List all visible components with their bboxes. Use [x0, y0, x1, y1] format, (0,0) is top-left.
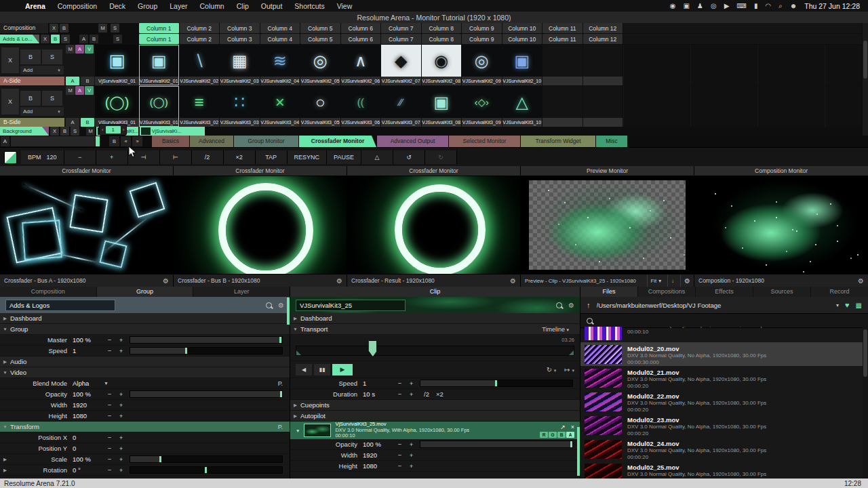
- view-tab-misc[interactable]: Misc: [596, 136, 627, 147]
- composition-clear-button[interactable]: X: [50, 24, 58, 33]
- column-header[interactable]: Column 10: [502, 23, 542, 33]
- param-scale[interactable]: ▶Scale100 %−+: [0, 454, 290, 465]
- pager-next-icon[interactable]: ›: [123, 127, 125, 133]
- tab-effects[interactable]: Effects: [696, 287, 753, 297]
- view-tab-basics[interactable]: Basics: [152, 136, 189, 147]
- user-menu-icon[interactable]: ☻: [790, 0, 797, 12]
- crossfader-a-cell[interactable]: A: [1, 136, 9, 146]
- column-header[interactable]: Column 1: [139, 34, 179, 44]
- play-direction-dropdown[interactable]: ↦ ▾: [564, 366, 574, 373]
- param-value[interactable]: 100 %: [363, 441, 394, 448]
- chevron-down-icon[interactable]: ▼: [0, 370, 10, 375]
- chevron-down-icon[interactable]: ▼: [0, 327, 10, 331]
- chevron-right-icon[interactable]: ▶: [0, 316, 10, 321]
- section-transport[interactable]: ▼TransportTimeline ▾: [290, 324, 580, 335]
- layer-b-m-button[interactable]: M: [66, 86, 75, 95]
- chevron-right-icon[interactable]: ▶: [0, 359, 10, 365]
- list-view-icon[interactable]: ▦: [856, 302, 862, 309]
- increment-button[interactable]: +: [406, 390, 417, 398]
- param-slider[interactable]: [420, 380, 573, 387]
- section-autopilot[interactable]: ▶Autopilot: [290, 411, 580, 422]
- creative-cloud-icon[interactable]: ◎: [711, 0, 717, 12]
- clip-cell-a-6[interactable]: ∧VJSurvivalKit2_06: [341, 45, 381, 85]
- param-value[interactable]: 0: [73, 434, 104, 441]
- group-label[interactable]: Adds & Lo...: [0, 35, 39, 43]
- grid-scrollbar[interactable]: [863, 23, 868, 136]
- menu-column[interactable]: Column: [194, 2, 231, 10]
- decrement-button[interactable]: −: [104, 401, 115, 409]
- clip-cell-b-10[interactable]: △VJSurvivalKit3_10: [502, 86, 542, 127]
- clip-file-info[interactable]: ▼ VjSurvivalKit3_25.mov DXV 3.0 Normal Q…: [290, 422, 580, 439]
- pause-button[interactable]: ▮▮: [314, 364, 330, 375]
- param-slider[interactable]: [420, 441, 573, 448]
- param-p-button[interactable]: P.: [278, 380, 283, 387]
- gear-icon[interactable]: ⚙: [336, 277, 342, 285]
- layer-b-active-clip-preview[interactable]: (◯): [95, 86, 139, 118]
- param-value[interactable]: 1920: [363, 451, 394, 459]
- clip-cell-b-12[interactable]: [583, 86, 623, 127]
- slider-handle[interactable]: [205, 467, 207, 473]
- redo-icon[interactable]: ↻: [425, 150, 457, 164]
- display-icon[interactable]: ▣: [684, 0, 690, 12]
- file-row[interactable]: Modul02_22.movDXV 3.0 Normal Quality, No…: [580, 390, 863, 413]
- clip-cell-a-2[interactable]: ∖VJSurvivalKit2_02: [180, 45, 220, 85]
- layer-b-blend-dropdown[interactable]: Add ▼: [20, 107, 64, 116]
- skip-previous-icon[interactable]: «: [121, 136, 131, 146]
- decrement-button[interactable]: −: [104, 412, 115, 420]
- clip-cell-a-7[interactable]: ◆VJSurvivalKit2_07: [381, 45, 421, 85]
- param-slider[interactable]: [130, 336, 283, 344]
- undo-icon[interactable]: ↺: [393, 150, 425, 164]
- search-icon[interactable]: [556, 302, 562, 308]
- composition-master-button[interactable]: M: [98, 24, 107, 33]
- close-icon[interactable]: ×: [571, 424, 574, 430]
- slider-handle[interactable]: [280, 391, 282, 397]
- layer-b-crossfader-a[interactable]: A: [66, 118, 79, 127]
- bpm-button-resync[interactable]: RESYNC: [288, 150, 328, 164]
- play-circle-icon[interactable]: ▶: [724, 0, 730, 12]
- increment-button[interactable]: +: [115, 401, 127, 409]
- gear-icon[interactable]: ⚙: [510, 277, 516, 285]
- increment-button[interactable]: +: [115, 390, 127, 398]
- param-position-y[interactable]: Position Y0−+: [0, 443, 290, 454]
- decrement-button[interactable]: −: [104, 347, 115, 354]
- layer-a-m-button[interactable]: M: [66, 45, 75, 54]
- bpm-button-−[interactable]: −: [64, 150, 96, 164]
- gear-icon[interactable]: ⚙: [278, 302, 284, 309]
- clip-cell-a-4[interactable]: ≋VJSurvivalKit2_04: [260, 45, 300, 85]
- decrement-button[interactable]: −: [394, 390, 406, 398]
- increment-button[interactable]: +: [115, 466, 127, 474]
- chevron-down-icon[interactable]: ▼: [0, 424, 10, 429]
- menu-deck[interactable]: Deck: [103, 2, 132, 10]
- column-header[interactable]: Column 7: [381, 34, 421, 44]
- clip-cell-a-10[interactable]: ▣VJSurvivalKit2_10: [502, 45, 542, 85]
- group-b-button[interactable]: B: [90, 35, 98, 43]
- composition-solo-button[interactable]: S: [111, 24, 119, 33]
- decrement-button[interactable]: −: [104, 455, 115, 463]
- column-header[interactable]: Column 10: [502, 34, 542, 44]
- layer-a-crossfader-b[interactable]: B: [81, 77, 94, 85]
- clip-cell-a-1[interactable]: ▣VJSurvivalKit2_01: [139, 45, 179, 85]
- clip-cell-b-5[interactable]: ○VJSurvivalKit3_05: [300, 86, 340, 127]
- section-audio[interactable]: ▶Audio: [0, 357, 290, 367]
- increment-button[interactable]: +: [115, 455, 127, 463]
- gear-icon[interactable]: ⚙: [163, 277, 169, 285]
- menubar-clock[interactable]: Thu 27 Jun 12:28: [804, 2, 863, 10]
- background-clear-button[interactable]: X: [50, 127, 59, 136]
- file-row[interactable]: Modul02_20.movDXV 3.0 Normal Quality, No…: [580, 342, 863, 366]
- param-height[interactable]: Height1080−+: [0, 411, 290, 422]
- column-header[interactable]: Column 12: [583, 23, 623, 33]
- view-tab-selected-monitor[interactable]: Selected Monitor: [449, 136, 520, 147]
- column-header[interactable]: Column 11: [542, 34, 583, 44]
- background-bypass-button[interactable]: B: [60, 127, 69, 136]
- play-backwards-button[interactable]: ◀: [296, 364, 312, 375]
- menu-clip[interactable]: Clip: [231, 2, 255, 10]
- param-value[interactable]: 100 %: [73, 390, 104, 398]
- param-value[interactable]: 0: [73, 445, 104, 452]
- clip-cell-a-8[interactable]: ◉VJSurvivalKit2_08: [422, 45, 462, 85]
- increment-button[interactable]: +: [115, 434, 127, 441]
- decrement-button[interactable]: −: [104, 336, 115, 344]
- duration-double-button[interactable]: ×2: [436, 390, 443, 398]
- column-header[interactable]: Column 12: [583, 34, 623, 44]
- param-blend-mode[interactable]: Blend ModeAlpha▼P.: [0, 378, 290, 389]
- tab-layer[interactable]: Layer: [193, 287, 290, 297]
